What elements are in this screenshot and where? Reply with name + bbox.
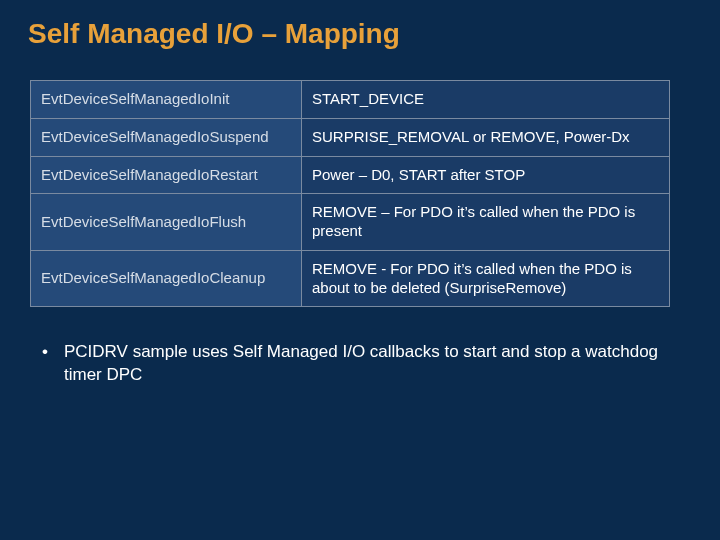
table-row: EvtDeviceSelfManagedIoFlush REMOVE – For… [31, 194, 670, 251]
callback-name: EvtDeviceSelfManagedIoInit [31, 81, 302, 119]
list-item: PCIDRV sample uses Self Managed I/O call… [36, 341, 684, 387]
mapping-table: EvtDeviceSelfManagedIoInit START_DEVICE … [30, 80, 670, 307]
table-row: EvtDeviceSelfManagedIoCleanup REMOVE - F… [31, 250, 670, 307]
table-row: EvtDeviceSelfManagedIoSuspend SURPRISE_R… [31, 118, 670, 156]
bullet-list: PCIDRV sample uses Self Managed I/O call… [36, 341, 692, 387]
callback-name: EvtDeviceSelfManagedIoCleanup [31, 250, 302, 307]
callback-name: EvtDeviceSelfManagedIoFlush [31, 194, 302, 251]
callback-name: EvtDeviceSelfManagedIoRestart [31, 156, 302, 194]
callback-mapping: Power – D0, START after STOP [302, 156, 670, 194]
table-row: EvtDeviceSelfManagedIoInit START_DEVICE [31, 81, 670, 119]
callback-mapping: REMOVE – For PDO it’s called when the PD… [302, 194, 670, 251]
table-row: EvtDeviceSelfManagedIoRestart Power – D0… [31, 156, 670, 194]
callback-mapping: SURPRISE_REMOVAL or REMOVE, Power-Dx [302, 118, 670, 156]
callback-name: EvtDeviceSelfManagedIoSuspend [31, 118, 302, 156]
slide: Self Managed I/O – Mapping EvtDeviceSelf… [0, 0, 720, 540]
callback-mapping: REMOVE - For PDO it’s called when the PD… [302, 250, 670, 307]
callback-mapping: START_DEVICE [302, 81, 670, 119]
page-title: Self Managed I/O – Mapping [28, 18, 692, 50]
